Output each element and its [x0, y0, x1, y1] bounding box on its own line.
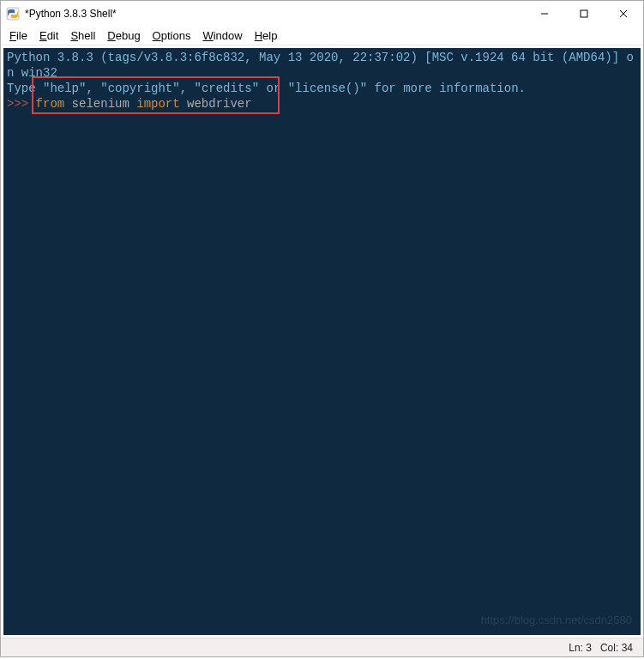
menu-options[interactable]: Options	[153, 29, 191, 42]
status-col: Col: 34	[600, 642, 633, 654]
menu-file[interactable]: File	[9, 29, 27, 42]
titlebar-left: *Python 3.8.3 Shell*	[6, 7, 117, 21]
statusbar: Ln: 3 Col: 34	[1, 638, 643, 656]
minimize-button[interactable]	[525, 1, 564, 27]
titlebar: *Python 3.8.3 Shell*	[1, 1, 643, 27]
banner-line-1: Python 3.8.3 (tags/v3.8.3:6f8c832, May 1…	[7, 50, 637, 81]
menubar: FileEditShellDebugOptionsWindowHelp	[1, 27, 643, 45]
window-controls	[525, 1, 643, 27]
maximize-button[interactable]	[564, 1, 604, 27]
window-title: *Python 3.8.3 Shell*	[25, 8, 117, 20]
svg-rect-2	[581, 10, 587, 17]
menu-help[interactable]: Help	[255, 29, 278, 42]
python-idle-icon	[6, 7, 20, 21]
banner-line-2: Type "help", "copyright", "credits" or "…	[7, 81, 637, 96]
app-window: *Python 3.8.3 Shell* FileEditShellDebugO…	[0, 0, 644, 657]
menu-window[interactable]: Window	[202, 29, 242, 42]
menu-shell[interactable]: Shell	[70, 29, 95, 42]
menu-debug[interactable]: Debug	[107, 29, 140, 42]
prompt-line[interactable]: >>> from selenium import webdriver	[7, 96, 637, 112]
console-area[interactable]: Python 3.8.3 (tags/v3.8.3:6f8c832, May 1…	[3, 47, 641, 636]
status-line: Ln: 3	[569, 642, 592, 654]
menu-edit[interactable]: Edit	[39, 29, 58, 42]
watermark-text: https://blog.csdn.net/csdn2580	[481, 613, 632, 628]
close-button[interactable]	[604, 1, 643, 27]
